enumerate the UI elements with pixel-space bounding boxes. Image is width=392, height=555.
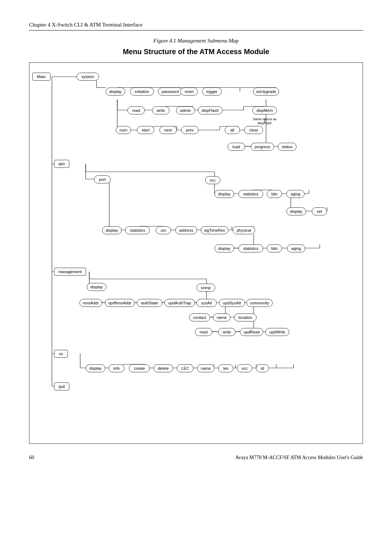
page-footer: 60 Avaya M770 M-ACCF/SF ATM Access Modul… xyxy=(29,455,363,461)
display-vn-node: display xyxy=(86,364,105,372)
updauthtrap-node: updAuthTrap xyxy=(164,299,195,307)
sysatt-node: sysAtt xyxy=(196,299,217,307)
logger-node: logger xyxy=(202,88,222,96)
create-vn-node: create xyxy=(129,364,150,372)
dispmem-node: dispMem xyxy=(252,106,277,114)
write1-node: write xyxy=(152,106,170,114)
vcc-vn-node: vcc xyxy=(237,364,252,372)
sigtimeres-node: sigTimeRes xyxy=(201,226,228,234)
id-vn-node: id xyxy=(256,364,269,372)
delete-vn-node: delete xyxy=(154,364,173,372)
dispflash-node: dispFlash xyxy=(198,106,222,114)
updwrite-node: updWrite xyxy=(265,328,289,336)
address-node: address xyxy=(175,226,197,234)
statistics-phys-node: statistics xyxy=(238,244,263,252)
diagram-container: Main system display initialize password … xyxy=(29,62,363,444)
updnmsaddr-node: updNmsAddr xyxy=(105,299,135,307)
aging-phys-node: aging xyxy=(287,244,305,252)
book-title: Avaya M770 M-ACCF/SF ATM Access Modules … xyxy=(235,455,363,461)
updread-node: updRead xyxy=(240,328,263,336)
display1-node: display xyxy=(106,88,125,96)
port-node: port xyxy=(94,175,111,183)
start-node: start xyxy=(137,126,154,134)
next-node: next xyxy=(159,126,177,134)
chapter-label: Chapter 4 X-Switch CLI & ATM Terminal In… xyxy=(29,22,142,28)
quit-node: quit xyxy=(54,382,69,390)
write-comm-node: write xyxy=(218,328,236,336)
bits-phys-node: bits xyxy=(267,244,282,252)
admin-node: admin xyxy=(176,106,195,114)
display-mgmt-node: display xyxy=(87,283,106,291)
swupgrade-node: swUpgrade xyxy=(253,88,279,96)
same-menus-note: Same menus as dispFlash xyxy=(252,117,277,125)
system-node: system xyxy=(77,73,99,81)
physical-node: physical xyxy=(233,226,255,234)
les-vn-node: les xyxy=(218,364,233,372)
atm-node: atm xyxy=(54,160,69,168)
community-node: community xyxy=(246,299,273,307)
statistics-vcc-node: statistics xyxy=(238,190,263,198)
num-node: num xyxy=(116,126,131,134)
display-phys-node: display xyxy=(215,244,234,252)
bits-vcc-node: bits xyxy=(267,190,282,198)
password-node: password xyxy=(158,88,183,96)
authstate-node: authState xyxy=(137,299,162,307)
load-node: load xyxy=(228,143,245,151)
name-vn-node: name xyxy=(197,364,215,372)
all-node: all xyxy=(225,126,240,134)
main-node: Main xyxy=(32,73,50,81)
vn-node: vn xyxy=(54,350,68,358)
vcc-node: vcc xyxy=(205,176,220,184)
progress-node: progress xyxy=(251,143,274,151)
read-comm-node: read xyxy=(195,328,212,336)
diagram-lines xyxy=(29,63,363,443)
display-bits-node: display xyxy=(286,207,306,215)
location-node: location xyxy=(234,313,257,321)
name-comm-node: name xyxy=(213,313,230,321)
prev-node: prev xyxy=(181,126,199,134)
aging-vcc-node: aging xyxy=(286,190,305,198)
info-vn-node: info xyxy=(109,364,124,372)
reset-node: reset xyxy=(180,88,198,96)
management-node: management xyxy=(54,268,86,276)
page-header: Chapter 4 X-Switch CLI & ATM Terminal In… xyxy=(29,22,363,31)
read1-node: read xyxy=(127,106,145,114)
diagram-title: Menu Structure of the ATM Access Module xyxy=(29,48,363,56)
status-node: status xyxy=(278,143,297,151)
lec-vn-node: LEC xyxy=(177,364,193,372)
set-bits-node: set xyxy=(312,207,327,215)
display-vcc-node: display xyxy=(215,190,234,198)
statistics-port-node: statistics xyxy=(125,226,150,234)
nmsaddr-node: nmsAddr xyxy=(79,299,102,307)
page-number: 60 xyxy=(29,455,34,461)
snmp-node: snmp xyxy=(196,284,215,292)
display-port-node: display xyxy=(102,226,122,234)
contact-node: contact xyxy=(189,313,210,321)
initialize-node: initialize xyxy=(130,88,154,96)
uni-node: uni xyxy=(156,226,171,234)
updsysatt-node: updSysAtt xyxy=(219,299,245,307)
figure-caption: Figure 4.1 Management Submenu Map xyxy=(29,38,363,44)
clear-node: clear xyxy=(244,126,263,134)
